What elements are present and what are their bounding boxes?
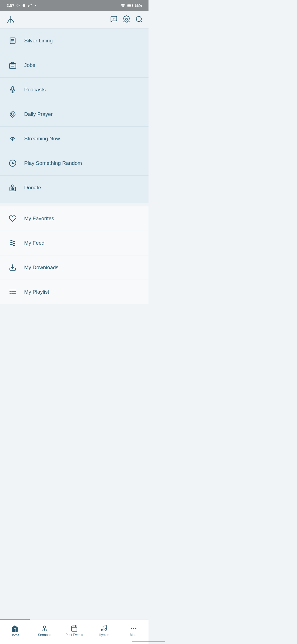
svg-marker-25 — [12, 162, 15, 164]
svg-point-2 — [23, 4, 25, 7]
menu-item-silver-lining[interactable]: Silver Lining — [0, 29, 148, 53]
podcasts-icon — [7, 84, 19, 96]
play-random-label: Play Something Random — [24, 160, 82, 166]
settings-button[interactable] — [123, 15, 130, 24]
key-icon — [28, 4, 32, 7]
svg-point-10 — [126, 18, 128, 20]
svg-rect-7 — [127, 4, 131, 7]
menu-item-my-downloads[interactable]: My Downloads — [0, 255, 148, 280]
my-downloads-icon — [7, 261, 19, 274]
svg-rect-6 — [132, 5, 133, 6]
status-time: 2:57 — [7, 3, 14, 8]
menu-item-jobs[interactable]: Jobs — [0, 53, 148, 78]
app-header — [0, 11, 148, 29]
menu-section-blue: Silver Lining Jobs Podcasts — [0, 29, 148, 203]
donate-label: Donate — [24, 185, 41, 191]
my-playlist-icon — [7, 286, 19, 298]
menu-item-my-feed[interactable]: My Feed — [0, 231, 148, 255]
my-downloads-label: My Downloads — [24, 264, 59, 271]
info-icon: i — [16, 4, 20, 7]
battery-icon — [127, 4, 133, 7]
menu-item-my-playlist[interactable]: My Playlist — [0, 280, 148, 304]
silver-lining-icon — [7, 35, 19, 47]
my-favorites-label: My Favorites — [24, 215, 54, 222]
battery-percent: 66% — [135, 4, 142, 8]
menu-item-play-random[interactable]: Play Something Random — [0, 151, 148, 176]
add-comment-button[interactable] — [110, 15, 118, 24]
streaming-icon — [7, 133, 19, 145]
menu-section-white: My Favorites My Feed My Do — [0, 206, 148, 304]
menu-item-podcasts[interactable]: Podcasts — [0, 78, 148, 102]
status-bar: 2:57 i 66% — [0, 0, 148, 11]
svg-line-12 — [141, 21, 142, 22]
menu-item-streaming-now[interactable]: Streaming Now — [0, 127, 148, 151]
svg-point-3 — [35, 5, 36, 6]
donate-icon — [7, 182, 19, 194]
silver-lining-label: Silver Lining — [24, 38, 53, 44]
wifi-icon — [120, 4, 125, 7]
play-random-icon — [7, 157, 19, 169]
jobs-icon — [7, 59, 19, 71]
menu-item-donate[interactable]: Donate — [0, 176, 148, 200]
podcasts-label: Podcasts — [24, 87, 46, 93]
my-feed-icon — [7, 237, 19, 249]
svg-text:i: i — [18, 5, 18, 7]
dot-icon — [34, 4, 37, 7]
menu-item-my-favorites[interactable]: My Favorites — [0, 206, 148, 231]
menu-item-daily-prayer[interactable]: Daily Prayer — [0, 102, 148, 127]
my-playlist-label: My Playlist — [24, 289, 49, 295]
svg-point-23 — [12, 140, 13, 141]
svg-rect-20 — [12, 86, 14, 90]
my-favorites-icon — [7, 212, 19, 225]
jobs-label: Jobs — [24, 62, 35, 68]
my-feed-label: My Feed — [24, 240, 45, 246]
daily-prayer-label: Daily Prayer — [24, 111, 53, 117]
daily-prayer-icon — [7, 108, 19, 120]
app-logo[interactable] — [6, 14, 16, 26]
search-button[interactable] — [135, 15, 143, 24]
streaming-now-label: Streaming Now — [24, 136, 60, 142]
svg-point-4 — [123, 7, 123, 7]
circle-icon — [22, 4, 26, 7]
